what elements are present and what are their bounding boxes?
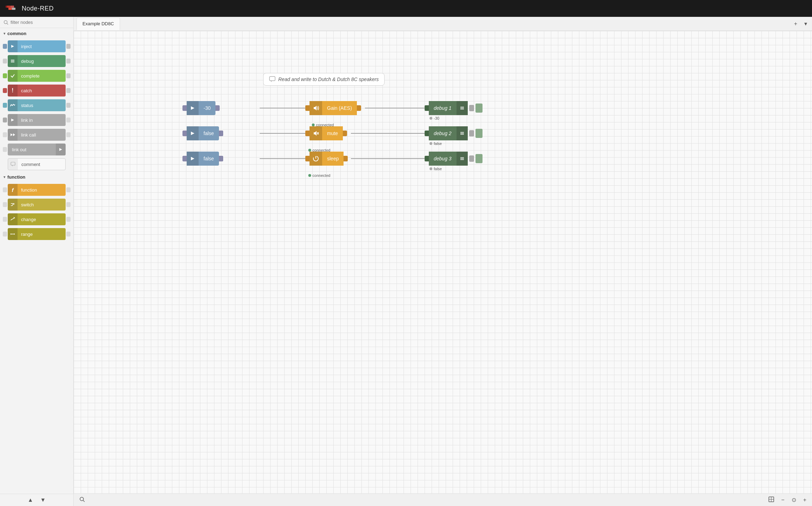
- inject-node-2[interactable]: false: [182, 126, 223, 140]
- sleep-label: sleep: [322, 156, 344, 161]
- gain-label: Gain (AES): [322, 105, 357, 111]
- linkcall-label: link call: [18, 132, 40, 138]
- inject-label-1: -30: [199, 105, 215, 111]
- sidebar-node-inject[interactable]: inject: [3, 40, 71, 53]
- svg-marker-14: [59, 148, 62, 151]
- comment-icon-sidebar: [11, 162, 15, 167]
- svg-rect-4: [12, 8, 15, 10]
- catch-label: catch: [18, 88, 35, 93]
- canvas-area: Example DD8C + ▾: [74, 17, 812, 506]
- sidebar-node-catch[interactable]: ! catch: [3, 84, 71, 97]
- search-icon: [4, 20, 8, 25]
- gain-status-dot: [312, 124, 315, 126]
- svg-marker-7: [11, 45, 14, 48]
- range-label: range: [18, 232, 36, 237]
- debug3-label: debug 3: [429, 156, 457, 161]
- svg-marker-24: [314, 106, 317, 111]
- svg-marker-12: [11, 133, 13, 136]
- mute-node[interactable]: mute connected: [305, 126, 347, 146]
- inject-icon: [10, 44, 15, 49]
- svg-rect-21: [269, 76, 275, 81]
- gain-node[interactable]: Gain (AES) connected: [305, 101, 361, 121]
- inject-node-1[interactable]: -30: [182, 101, 220, 115]
- sidebar-footer: ▲ ▼: [0, 494, 73, 506]
- chevron-function: ▾: [4, 175, 5, 179]
- logo: Node-RED: [6, 4, 54, 13]
- sidebar-node-status[interactable]: status: [3, 99, 71, 112]
- svg-line-6: [7, 23, 8, 25]
- linkcall-icon: [10, 132, 15, 137]
- section-function[interactable]: ▾ function: [0, 172, 73, 182]
- sidebar-node-comment[interactable]: comment: [3, 158, 71, 171]
- search-button[interactable]: [77, 496, 87, 504]
- svg-marker-22: [271, 81, 272, 82]
- linkout-label: link out: [8, 147, 31, 152]
- svg-rect-15: [11, 162, 15, 165]
- tab-example-dd8c[interactable]: Example DD8C: [76, 18, 120, 30]
- tab-menu-button[interactable]: ▾: [802, 19, 809, 28]
- debug2-node[interactable]: debug 2 false: [425, 126, 482, 146]
- bottom-left: [77, 496, 87, 504]
- canvas[interactable]: Read and write to Dutch & Dutch 8C speak…: [74, 31, 812, 493]
- filter-nodes-input[interactable]: [11, 20, 70, 25]
- range-icon: [10, 232, 15, 237]
- header: Node-RED: [0, 0, 812, 17]
- scroll-up-button[interactable]: ▲: [26, 496, 35, 504]
- sidebar-node-debug[interactable]: debug: [3, 55, 71, 67]
- sidebar-node-linkcall[interactable]: link call: [3, 128, 71, 141]
- svg-marker-17: [14, 217, 15, 219]
- section-common-label: common: [7, 31, 26, 36]
- debug2-value: false: [425, 141, 442, 146]
- mute-icon: [313, 130, 319, 137]
- sidebar-node-range[interactable]: range: [3, 228, 71, 240]
- svg-point-41: [80, 497, 84, 501]
- debug3-node[interactable]: debug 3 false: [425, 152, 482, 171]
- debug1-label: debug 1: [429, 105, 457, 111]
- add-tab-button[interactable]: +: [792, 19, 799, 28]
- app-title: Node-RED: [22, 5, 54, 12]
- complete-label: complete: [18, 73, 43, 79]
- scroll-down-button[interactable]: ▼: [38, 496, 48, 504]
- sidebar-node-complete[interactable]: complete: [3, 69, 71, 82]
- switch-icon: [10, 202, 15, 207]
- sleep-status-dot: [308, 174, 311, 177]
- debug-label: debug: [18, 59, 37, 64]
- change-icon: [10, 217, 15, 222]
- comment-node[interactable]: Read and write to Dutch & Dutch 8C speak…: [263, 73, 385, 86]
- tab-actions: + ▾: [792, 19, 809, 28]
- debug-icon: [10, 59, 15, 64]
- sidebar-node-linkin[interactable]: link in: [3, 114, 71, 126]
- sleep-node[interactable]: sleep connected: [305, 152, 348, 171]
- inject-label-3: false: [199, 156, 219, 161]
- svg-marker-13: [13, 133, 15, 136]
- mute-label: mute: [322, 131, 343, 136]
- arrow-icon-2: [190, 131, 195, 136]
- linkout-icon: [58, 147, 63, 152]
- svg-marker-20: [14, 233, 15, 235]
- filter-input-wrapper: [0, 17, 73, 28]
- sidebar-node-switch[interactable]: switch: [3, 198, 71, 211]
- arrow-icon-3: [190, 156, 195, 161]
- inject-label-2: false: [199, 131, 219, 136]
- svg-marker-19: [11, 233, 12, 235]
- debug2-list-icon: [460, 131, 465, 136]
- section-function-label: function: [7, 174, 25, 180]
- debug1-node[interactable]: debug 1 -30: [425, 101, 482, 120]
- zoom-reset-button[interactable]: ⊙: [790, 496, 798, 504]
- bottom-right: − ⊙ +: [766, 496, 808, 504]
- svg-marker-29: [314, 131, 317, 136]
- bottom-bar: − ⊙ +: [74, 493, 812, 506]
- map-button[interactable]: [766, 496, 776, 504]
- zoom-out-button[interactable]: −: [779, 496, 786, 504]
- sidebar-node-function[interactable]: f function: [3, 184, 71, 196]
- inject-label: inject: [18, 44, 35, 49]
- section-common[interactable]: ▾ common: [0, 28, 73, 39]
- inject-node-3[interactable]: false: [182, 152, 223, 166]
- zoom-in-button[interactable]: +: [801, 496, 808, 504]
- map-icon: [768, 497, 774, 502]
- node-red-logo-svg: [6, 4, 18, 13]
- svg-marker-35: [191, 157, 194, 160]
- sidebar-node-change[interactable]: change: [3, 213, 71, 226]
- sidebar-node-linkout[interactable]: link out: [3, 143, 71, 156]
- svg-marker-23: [191, 106, 194, 110]
